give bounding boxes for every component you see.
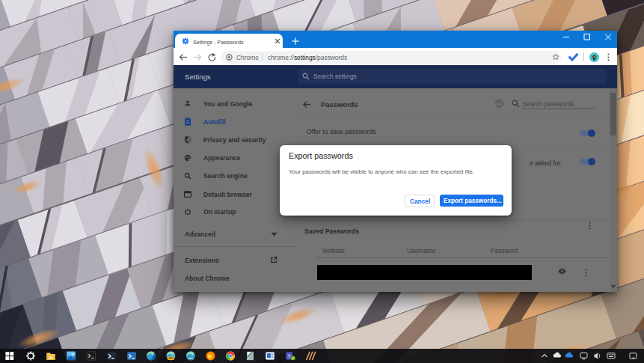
svg-text:T: T: [288, 353, 291, 359]
